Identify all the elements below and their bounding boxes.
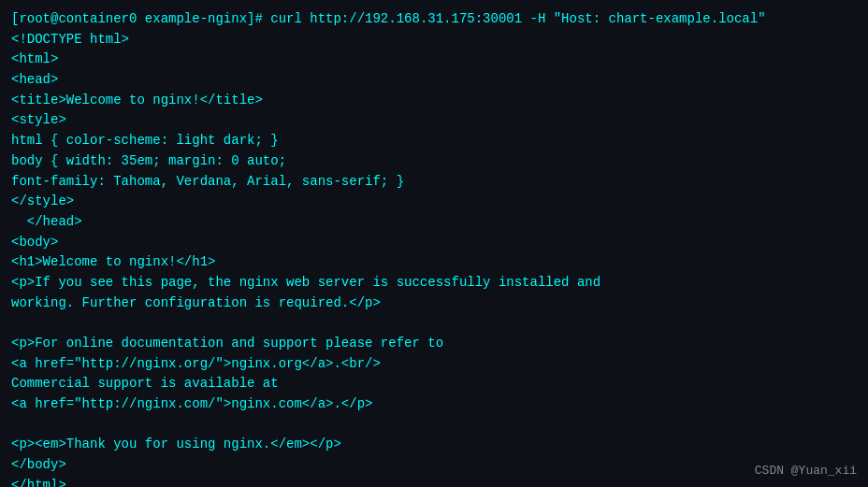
output-line-10: </head>: [11, 212, 857, 233]
output-line-21: <p><em>Thank you for using nginx.</em></…: [11, 435, 857, 455]
output-line-9: </style>: [11, 192, 857, 212]
output-line-2: <html>: [11, 50, 857, 70]
command-line: [root@container0 example-nginx]# curl ht…: [11, 9, 857, 30]
terminal: [root@container0 example-nginx]# curl ht…: [11, 9, 857, 478]
output-line-7: body { width: 35em; margin: 0 auto;: [11, 151, 857, 172]
output-line-16: <p>For online documentation and support …: [11, 334, 857, 354]
output-line-18: Commercial support is available at: [11, 374, 857, 394]
output-line-22: </body>: [11, 455, 857, 476]
output-line-23: </html>: [11, 476, 857, 487]
output-line-8: font-family: Tahoma, Verdana, Arial, san…: [11, 172, 857, 193]
output-line-17: <a href="http://nginx.org/">nginx.org</a…: [11, 354, 857, 375]
output-line-15: [11, 313, 857, 334]
watermark: CSDN @Yuan_xii: [755, 464, 857, 478]
command-text: curl http://192.168.31.175:30001 -H "Hos…: [263, 11, 766, 26]
output-line-4: <title>Welcome to nginx!</title>: [11, 91, 857, 111]
prompt: [root@container0 example-nginx]#: [11, 11, 263, 26]
output-line-19: <a href="http://nginx.com/">nginx.com</a…: [11, 394, 857, 415]
output-line-12: <h1>Welcome to nginx!</h1>: [11, 252, 857, 273]
output-line-14: working. Further configuration is requir…: [11, 294, 857, 314]
output-line-5: <style>: [11, 110, 857, 131]
output-line-13: <p>If you see this page, the nginx web s…: [11, 273, 857, 294]
output-line-6: html { color-scheme: light dark; }: [11, 131, 857, 151]
output-line-1: <!DOCTYPE html>: [11, 30, 857, 50]
output-line-20: [11, 415, 857, 436]
output-line-11: <body>: [11, 233, 857, 253]
output-line-3: <head>: [11, 70, 857, 91]
